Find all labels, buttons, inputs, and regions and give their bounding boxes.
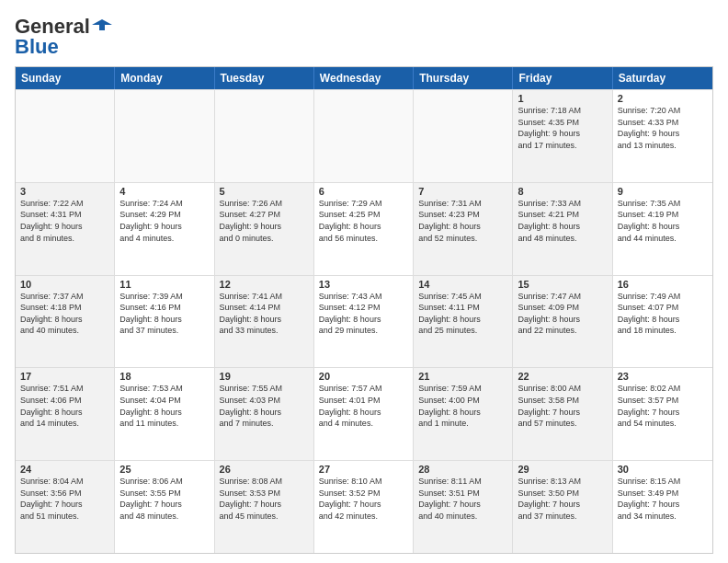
day-number-22: 22: [518, 371, 607, 382]
day-number-5: 5: [220, 186, 309, 197]
day-number-2: 2: [618, 93, 708, 104]
day-number-3: 3: [20, 186, 109, 197]
calendar-cell-20: 20Sunrise: 7:57 AM Sunset: 4:01 PM Dayli…: [314, 368, 414, 460]
calendar-cell-28: 28Sunrise: 8:11 AM Sunset: 3:51 PM Dayli…: [414, 461, 513, 553]
calendar-cell-empty-0-0: [16, 90, 115, 182]
svg-marker-0: [92, 19, 112, 30]
calendar-body: 1Sunrise: 7:18 AM Sunset: 4:35 PM Daylig…: [16, 89, 712, 553]
calendar-cell-21: 21Sunrise: 7:59 AM Sunset: 4:00 PM Dayli…: [414, 368, 513, 460]
day-number-24: 24: [20, 464, 109, 475]
cell-text-25: Sunrise: 8:06 AM Sunset: 3:55 PM Dayligh…: [119, 476, 209, 522]
cell-text-3: Sunrise: 7:22 AM Sunset: 4:31 PM Dayligh…: [20, 198, 109, 244]
calendar: SundayMondayTuesdayWednesdayThursdayFrid…: [15, 66, 713, 554]
logo-bird-icon: [92, 16, 112, 36]
calendar-cell-24: 24Sunrise: 8:04 AM Sunset: 3:56 PM Dayli…: [16, 461, 115, 553]
weekday-header-friday: Friday: [513, 67, 612, 89]
day-number-27: 27: [319, 464, 408, 475]
cell-text-21: Sunrise: 7:59 AM Sunset: 4:00 PM Dayligh…: [418, 383, 507, 429]
cell-text-8: Sunrise: 7:33 AM Sunset: 4:21 PM Dayligh…: [518, 198, 607, 244]
cell-text-12: Sunrise: 7:41 AM Sunset: 4:14 PM Dayligh…: [220, 291, 309, 337]
calendar-cell-11: 11Sunrise: 7:39 AM Sunset: 4:16 PM Dayli…: [115, 276, 214, 368]
calendar-cell-8: 8Sunrise: 7:33 AM Sunset: 4:21 PM Daylig…: [513, 183, 612, 275]
calendar-row-1: 1Sunrise: 7:18 AM Sunset: 4:35 PM Daylig…: [16, 89, 712, 182]
cell-text-15: Sunrise: 7:47 AM Sunset: 4:09 PM Dayligh…: [518, 291, 607, 337]
day-number-12: 12: [220, 279, 309, 290]
cell-text-24: Sunrise: 8:04 AM Sunset: 3:56 PM Dayligh…: [20, 476, 109, 522]
calendar-header: SundayMondayTuesdayWednesdayThursdayFrid…: [16, 67, 712, 89]
day-number-26: 26: [220, 464, 309, 475]
calendar-cell-10: 10Sunrise: 7:37 AM Sunset: 4:18 PM Dayli…: [16, 276, 115, 368]
calendar-cell-5: 5Sunrise: 7:26 AM Sunset: 4:27 PM Daylig…: [215, 183, 314, 275]
day-number-9: 9: [618, 186, 708, 197]
calendar-cell-22: 22Sunrise: 8:00 AM Sunset: 3:58 PM Dayli…: [513, 368, 612, 460]
day-number-17: 17: [20, 371, 109, 382]
cell-text-26: Sunrise: 8:08 AM Sunset: 3:53 PM Dayligh…: [220, 476, 309, 522]
day-number-1: 1: [518, 93, 607, 104]
cell-text-14: Sunrise: 7:45 AM Sunset: 4:11 PM Dayligh…: [418, 291, 507, 337]
weekday-header-saturday: Saturday: [613, 67, 712, 89]
day-number-14: 14: [418, 279, 507, 290]
page: General Blue SundayMondayTuesdayWednesda…: [0, 0, 728, 563]
day-number-15: 15: [518, 279, 607, 290]
cell-text-30: Sunrise: 8:15 AM Sunset: 3:49 PM Dayligh…: [618, 476, 708, 522]
header: General Blue: [15, 15, 713, 59]
weekday-header-sunday: Sunday: [16, 67, 115, 89]
cell-text-19: Sunrise: 7:55 AM Sunset: 4:03 PM Dayligh…: [220, 383, 309, 429]
calendar-row-2: 3Sunrise: 7:22 AM Sunset: 4:31 PM Daylig…: [16, 182, 712, 275]
cell-text-18: Sunrise: 7:53 AM Sunset: 4:04 PM Dayligh…: [119, 383, 209, 429]
calendar-cell-7: 7Sunrise: 7:31 AM Sunset: 4:23 PM Daylig…: [414, 183, 513, 275]
calendar-cell-18: 18Sunrise: 7:53 AM Sunset: 4:04 PM Dayli…: [115, 368, 214, 460]
cell-text-28: Sunrise: 8:11 AM Sunset: 3:51 PM Dayligh…: [418, 476, 507, 522]
calendar-cell-19: 19Sunrise: 7:55 AM Sunset: 4:03 PM Dayli…: [215, 368, 314, 460]
day-number-7: 7: [418, 186, 507, 197]
day-number-30: 30: [618, 464, 708, 475]
calendar-cell-6: 6Sunrise: 7:29 AM Sunset: 4:25 PM Daylig…: [314, 183, 414, 275]
day-number-20: 20: [319, 371, 408, 382]
weekday-header-monday: Monday: [115, 67, 214, 89]
day-number-16: 16: [618, 279, 708, 290]
day-number-19: 19: [220, 371, 309, 382]
day-number-18: 18: [119, 371, 209, 382]
cell-text-11: Sunrise: 7:39 AM Sunset: 4:16 PM Dayligh…: [119, 291, 209, 337]
cell-text-2: Sunrise: 7:20 AM Sunset: 4:33 PM Dayligh…: [618, 105, 708, 151]
day-number-4: 4: [119, 186, 209, 197]
day-number-10: 10: [20, 279, 109, 290]
calendar-row-4: 17Sunrise: 7:51 AM Sunset: 4:06 PM Dayli…: [16, 367, 712, 460]
calendar-cell-1: 1Sunrise: 7:18 AM Sunset: 4:35 PM Daylig…: [513, 90, 612, 182]
cell-text-1: Sunrise: 7:18 AM Sunset: 4:35 PM Dayligh…: [518, 105, 607, 151]
weekday-header-wednesday: Wednesday: [314, 67, 414, 89]
calendar-cell-15: 15Sunrise: 7:47 AM Sunset: 4:09 PM Dayli…: [513, 276, 612, 368]
calendar-cell-3: 3Sunrise: 7:22 AM Sunset: 4:31 PM Daylig…: [16, 183, 115, 275]
cell-text-27: Sunrise: 8:10 AM Sunset: 3:52 PM Dayligh…: [319, 476, 408, 522]
calendar-cell-17: 17Sunrise: 7:51 AM Sunset: 4:06 PM Dayli…: [16, 368, 115, 460]
cell-text-16: Sunrise: 7:49 AM Sunset: 4:07 PM Dayligh…: [618, 291, 708, 337]
weekday-header-thursday: Thursday: [414, 67, 513, 89]
cell-text-7: Sunrise: 7:31 AM Sunset: 4:23 PM Dayligh…: [418, 198, 507, 244]
calendar-cell-25: 25Sunrise: 8:06 AM Sunset: 3:55 PM Dayli…: [115, 461, 214, 553]
calendar-row-5: 24Sunrise: 8:04 AM Sunset: 3:56 PM Dayli…: [16, 460, 712, 553]
day-number-25: 25: [119, 464, 209, 475]
weekday-header-tuesday: Tuesday: [215, 67, 314, 89]
day-number-29: 29: [518, 464, 607, 475]
cell-text-17: Sunrise: 7:51 AM Sunset: 4:06 PM Dayligh…: [20, 383, 109, 429]
day-number-13: 13: [319, 279, 408, 290]
calendar-cell-30: 30Sunrise: 8:15 AM Sunset: 3:49 PM Dayli…: [613, 461, 712, 553]
cell-text-20: Sunrise: 7:57 AM Sunset: 4:01 PM Dayligh…: [319, 383, 408, 429]
calendar-cell-26: 26Sunrise: 8:08 AM Sunset: 3:53 PM Dayli…: [215, 461, 314, 553]
calendar-cell-14: 14Sunrise: 7:45 AM Sunset: 4:11 PM Dayli…: [414, 276, 513, 368]
day-number-11: 11: [119, 279, 209, 290]
calendar-cell-23: 23Sunrise: 8:02 AM Sunset: 3:57 PM Dayli…: [613, 368, 712, 460]
day-number-6: 6: [319, 186, 408, 197]
calendar-cell-4: 4Sunrise: 7:24 AM Sunset: 4:29 PM Daylig…: [115, 183, 214, 275]
calendar-cell-empty-0-1: [115, 90, 214, 182]
calendar-cell-13: 13Sunrise: 7:43 AM Sunset: 4:12 PM Dayli…: [314, 276, 414, 368]
cell-text-10: Sunrise: 7:37 AM Sunset: 4:18 PM Dayligh…: [20, 291, 109, 337]
calendar-cell-16: 16Sunrise: 7:49 AM Sunset: 4:07 PM Dayli…: [613, 276, 712, 368]
calendar-cell-27: 27Sunrise: 8:10 AM Sunset: 3:52 PM Dayli…: [314, 461, 414, 553]
cell-text-6: Sunrise: 7:29 AM Sunset: 4:25 PM Dayligh…: [319, 198, 408, 244]
calendar-cell-12: 12Sunrise: 7:41 AM Sunset: 4:14 PM Dayli…: [215, 276, 314, 368]
calendar-cell-2: 2Sunrise: 7:20 AM Sunset: 4:33 PM Daylig…: [613, 90, 712, 182]
day-number-28: 28: [418, 464, 507, 475]
cell-text-4: Sunrise: 7:24 AM Sunset: 4:29 PM Dayligh…: [119, 198, 209, 244]
day-number-23: 23: [618, 371, 708, 382]
